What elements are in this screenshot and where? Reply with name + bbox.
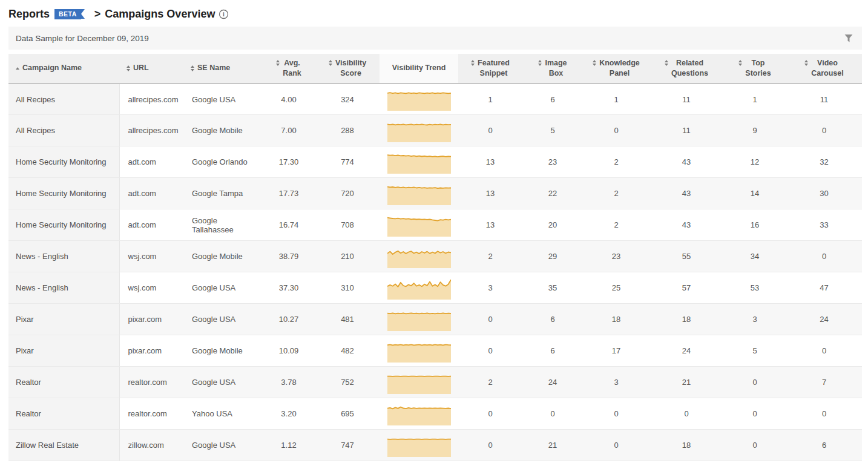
cell-url: pixar.com bbox=[119, 304, 183, 335]
cell-video-carousel: 30 bbox=[786, 178, 862, 209]
cell-avg-rank: 1.12 bbox=[262, 430, 315, 461]
cell-visibility-score: 481 bbox=[315, 304, 380, 335]
column-header-video-carousel[interactable]: Video Carousel bbox=[786, 54, 862, 84]
cell-visibility-score: 324 bbox=[315, 84, 380, 115]
cell-se-name: Google Mobile bbox=[183, 241, 262, 272]
cell-image-box: 22 bbox=[522, 178, 583, 209]
cell-visibility-trend bbox=[380, 178, 458, 209]
cell-avg-rank: 10.09 bbox=[262, 335, 315, 367]
cell-video-carousel: 24 bbox=[786, 304, 862, 335]
table-row: Pixar pixar.com Google USA 10.27 481 0 6… bbox=[8, 304, 862, 335]
cell-knowledge-panel: 0 bbox=[583, 430, 649, 461]
visibility-trend-sparkline bbox=[387, 340, 451, 363]
column-header-avg-rank[interactable]: Avg. Rank bbox=[262, 54, 315, 84]
cell-avg-rank: 16.74 bbox=[262, 209, 315, 241]
cell-visibility-score: 482 bbox=[315, 335, 380, 367]
table-row: News - English wsj.com Google USA 37.30 … bbox=[8, 272, 862, 304]
beta-badge: BETA bbox=[54, 9, 81, 19]
cell-video-carousel: 11 bbox=[786, 84, 862, 115]
cell-top-stories: 0 bbox=[723, 430, 786, 461]
cell-top-stories: 53 bbox=[723, 272, 786, 304]
column-header-campaign-name[interactable]: Campaign Name bbox=[8, 54, 119, 84]
cell-url: realtor.com bbox=[119, 398, 183, 430]
cell-knowledge-panel: 1 bbox=[583, 84, 649, 115]
column-header-top-stories[interactable]: Top Stories bbox=[723, 54, 786, 84]
cell-visibility-trend bbox=[380, 398, 458, 430]
cell-campaign-name: All Recipes bbox=[8, 84, 119, 115]
sort-updown-icon bbox=[593, 60, 596, 66]
column-header-se-name[interactable]: SE Name bbox=[183, 54, 262, 84]
cell-url: allrecipes.com bbox=[119, 84, 183, 115]
cell-knowledge-panel: 25 bbox=[583, 272, 649, 304]
table-row: Pixar pixar.com Google Mobile 10.09 482 … bbox=[8, 335, 862, 367]
cell-featured-snippet: 0 bbox=[458, 304, 522, 335]
cell-visibility-trend bbox=[380, 335, 458, 367]
cell-featured-snippet: 2 bbox=[458, 367, 522, 398]
column-header-image-box[interactable]: Image Box bbox=[522, 54, 583, 84]
filter-icon[interactable] bbox=[843, 33, 855, 44]
cell-video-carousel: 33 bbox=[786, 209, 862, 241]
sort-updown-icon bbox=[665, 60, 668, 66]
cell-featured-snippet: 13 bbox=[458, 146, 522, 178]
cell-avg-rank: 3.78 bbox=[262, 367, 315, 398]
cell-image-box: 6 bbox=[522, 304, 583, 335]
cell-video-carousel: 7 bbox=[786, 367, 862, 398]
column-header-featured-snippet[interactable]: Featured Snippet bbox=[458, 54, 522, 84]
column-header-knowledge-panel[interactable]: Knowledge Panel bbox=[583, 54, 649, 84]
cell-se-name: Google USA bbox=[183, 272, 262, 304]
sort-updown-icon bbox=[738, 60, 742, 66]
cell-campaign-name: Pixar bbox=[8, 304, 119, 335]
column-header-url[interactable]: URL bbox=[119, 54, 183, 84]
cell-related-questions: 24 bbox=[649, 335, 723, 367]
cell-visibility-score: 708 bbox=[315, 209, 380, 241]
cell-top-stories: 5 bbox=[723, 335, 786, 367]
cell-featured-snippet: 13 bbox=[458, 178, 522, 209]
cell-related-questions: 18 bbox=[649, 430, 723, 461]
cell-se-name: Google Mobile bbox=[183, 115, 262, 146]
cell-video-carousel: 47 bbox=[786, 272, 862, 304]
cell-campaign-name: Pixar bbox=[8, 335, 119, 367]
cell-related-questions: 18 bbox=[649, 304, 723, 335]
cell-related-questions: 11 bbox=[649, 115, 723, 146]
cell-se-name: Google USA bbox=[183, 304, 262, 335]
column-header-visibility-score[interactable]: Visibility Score bbox=[315, 54, 380, 84]
cell-image-box: 0 bbox=[522, 398, 583, 430]
cell-visibility-trend bbox=[380, 84, 458, 115]
sort-updown-icon bbox=[471, 60, 475, 66]
cell-se-name: Google Mobile bbox=[183, 335, 262, 367]
breadcrumb-separator: > bbox=[94, 8, 101, 21]
cell-campaign-name: Realtor bbox=[8, 367, 119, 398]
cell-url: adt.com bbox=[119, 178, 183, 209]
cell-url: adt.com bbox=[119, 146, 183, 178]
visibility-trend-sparkline bbox=[387, 371, 451, 394]
cell-video-carousel: 0 bbox=[786, 335, 862, 367]
campaigns-table: Campaign Name URL SE Name bbox=[8, 54, 862, 461]
column-header-related-questions[interactable]: Related Questions bbox=[649, 54, 723, 84]
cell-visibility-trend bbox=[380, 115, 458, 146]
cell-image-box: 21 bbox=[522, 430, 583, 461]
cell-avg-rank: 37.30 bbox=[262, 272, 315, 304]
visibility-trend-sparkline bbox=[387, 308, 451, 331]
cell-campaign-name: Realtor bbox=[8, 398, 119, 430]
cell-campaign-name: News - English bbox=[8, 241, 119, 272]
cell-visibility-score: 288 bbox=[315, 115, 380, 146]
cell-url: wsj.com bbox=[119, 241, 183, 272]
cell-knowledge-panel: 18 bbox=[583, 304, 649, 335]
cell-top-stories: 3 bbox=[723, 304, 786, 335]
cell-video-carousel: 0 bbox=[786, 241, 862, 272]
sort-updown-icon bbox=[127, 65, 130, 71]
cell-knowledge-panel: 2 bbox=[583, 146, 649, 178]
cell-knowledge-panel: 17 bbox=[583, 335, 649, 367]
cell-se-name: Google USA bbox=[183, 367, 262, 398]
cell-knowledge-panel: 0 bbox=[583, 398, 649, 430]
info-icon[interactable]: i bbox=[219, 9, 229, 19]
cell-url: adt.com bbox=[119, 209, 183, 241]
cell-top-stories: 14 bbox=[723, 178, 786, 209]
visibility-trend-sparkline bbox=[387, 245, 451, 268]
cell-image-box: 5 bbox=[522, 115, 583, 146]
cell-related-questions: 0 bbox=[649, 398, 723, 430]
breadcrumb-reports[interactable]: Reports bbox=[8, 8, 50, 21]
cell-top-stories: 0 bbox=[723, 398, 786, 430]
cell-avg-rank: 4.00 bbox=[262, 84, 315, 115]
cell-image-box: 24 bbox=[522, 367, 583, 398]
